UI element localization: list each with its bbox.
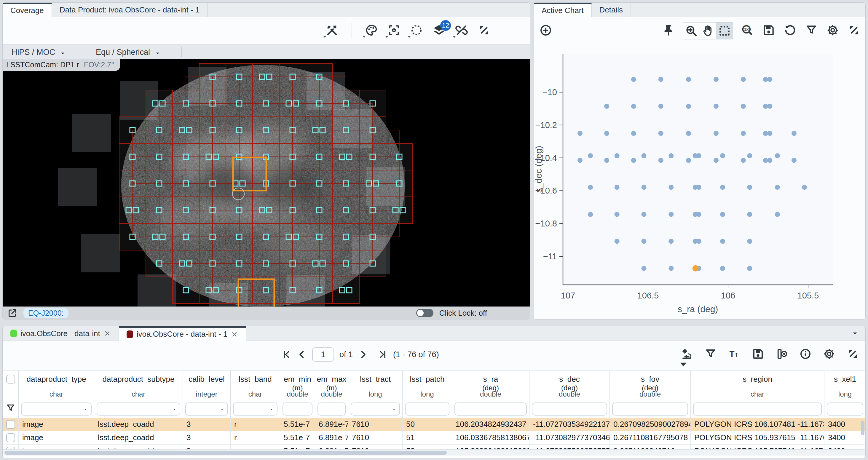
chart-point[interactable]: [686, 77, 691, 82]
chart-point[interactable]: [720, 266, 725, 271]
table-row[interactable]: imagelsst.deep_coadd3r5.51e-76.891e-7761…: [3, 431, 865, 444]
vertical-scrollbar-thumb[interactable]: [861, 421, 864, 435]
hips-moc-dropdown[interactable]: HiPS / MOC: [3, 48, 75, 57]
column-header-s_dec[interactable]: s_dec(deg)double: [529, 370, 610, 418]
chart-point[interactable]: [604, 131, 609, 136]
chart-point[interactable]: [747, 266, 752, 271]
page-number-input[interactable]: [312, 347, 334, 362]
filter-row-icon[interactable]: [3, 403, 19, 413]
filter-chart-button[interactable]: [804, 24, 818, 38]
last-page-icon[interactable]: [378, 349, 388, 360]
column-header-s_fov[interactable]: s_fov(deg)double: [610, 370, 691, 418]
chart-point[interactable]: [615, 185, 620, 190]
filter-input-s_region[interactable]: [693, 402, 822, 416]
chart-point[interactable]: [642, 212, 647, 217]
filter-input-s_fov[interactable]: [612, 402, 688, 416]
chart-point[interactable]: [588, 153, 593, 158]
column-header-em_max[interactable]: em_max(m)double: [315, 370, 348, 418]
unlink-button[interactable]: [455, 24, 469, 38]
chart-point[interactable]: [714, 77, 719, 82]
expand-coverage-button[interactable]: [477, 24, 491, 38]
select-region-button[interactable]: [409, 24, 424, 38]
chart-point[interactable]: [741, 158, 746, 163]
filter-input-dataproduct_subtype[interactable]: [97, 402, 180, 416]
column-header-dataproduct_subtype[interactable]: dataproduct_subtypechar: [94, 370, 183, 418]
chart-point[interactable]: [669, 239, 674, 244]
column-header-lsst_band[interactable]: lsst_bandchar: [230, 370, 280, 418]
chart-point[interactable]: [720, 153, 725, 158]
chart-point[interactable]: [615, 239, 620, 244]
zoom-original-button[interactable]: 1X: [740, 24, 754, 38]
column-header-s_ra[interactable]: s_ra(deg)double: [452, 370, 529, 418]
close-icon[interactable]: [104, 330, 111, 337]
coord-readout[interactable]: EQ-J2000:: [24, 308, 68, 318]
coverage-sky-view[interactable]: LSSTComCam: DP1 r FOV:2.7°: [3, 59, 530, 306]
chart-point[interactable]: [642, 239, 647, 244]
chart-point[interactable]: [720, 185, 725, 190]
chart-point[interactable]: [658, 104, 663, 109]
chart-point[interactable]: [763, 77, 768, 82]
chart-point[interactable]: [720, 212, 725, 217]
chart-point[interactable]: [642, 153, 647, 158]
table-settings-button[interactable]: [822, 347, 836, 362]
chart-point[interactable]: [767, 77, 772, 82]
chart-point[interactable]: [658, 77, 663, 82]
projection-dropdown[interactable]: Equ / Spherical: [75, 48, 181, 57]
row-checkbox[interactable]: [6, 420, 15, 429]
filter-input-lsst_band[interactable]: [233, 402, 277, 416]
close-icon[interactable]: [231, 331, 238, 338]
chart-point[interactable]: [615, 153, 620, 158]
recenter-button[interactable]: [387, 24, 401, 38]
chart-point[interactable]: [792, 131, 797, 136]
add-column-button[interactable]: [775, 347, 789, 362]
filter-input-s_dec[interactable]: [532, 402, 607, 416]
chart-point[interactable]: [669, 185, 674, 190]
chart-point[interactable]: [669, 266, 674, 271]
chart-point[interactable]: [669, 153, 674, 158]
table-info-button[interactable]: [798, 347, 812, 362]
chart-point[interactable]: [741, 131, 746, 136]
click-lock-toggle[interactable]: [416, 309, 433, 317]
pin-chart-button[interactable]: [661, 24, 676, 38]
chart-point[interactable]: [714, 104, 719, 109]
column-header-calib_level[interactable]: calib_levelinteger: [183, 370, 230, 418]
chart-point[interactable]: [714, 158, 719, 163]
chart-point[interactable]: [741, 77, 746, 82]
filter-input-calib_level[interactable]: [185, 402, 228, 416]
text-view-button[interactable]: TT: [727, 347, 741, 362]
collapse-tables-caret[interactable]: [851, 330, 859, 337]
chart-point[interactable]: [631, 77, 636, 82]
save-chart-button[interactable]: [762, 24, 776, 38]
color-palette-button[interactable]: [364, 24, 378, 38]
column-header-s_xel1[interactable]: s_xel1long: [825, 370, 865, 418]
chart-point[interactable]: [642, 185, 647, 190]
chart-point[interactable]: [763, 158, 768, 163]
chart-point[interactable]: [615, 212, 620, 217]
expand-chart-button[interactable]: [847, 24, 861, 38]
table-tab-0[interactable]: ivoa.ObsCore - data-int: [3, 326, 119, 341]
column-header-lsst_patch[interactable]: lsst_patchlong: [403, 370, 452, 418]
chart-point[interactable]: [747, 153, 752, 158]
select-mode-button[interactable]: [716, 23, 733, 39]
restore-chart-button[interactable]: [783, 24, 797, 38]
row-checkbox[interactable]: [6, 433, 15, 442]
chart-point[interactable]: [767, 104, 772, 109]
chart-point[interactable]: [686, 104, 691, 109]
chart-point[interactable]: [767, 158, 772, 163]
filter-input-s_ra[interactable]: [455, 402, 527, 416]
layers-button[interactable]: 12: [432, 24, 446, 38]
column-header-em_min[interactable]: em_min(m)double: [280, 370, 315, 418]
chart-point[interactable]: [631, 131, 636, 136]
select-all-checkbox[interactable]: [6, 375, 15, 384]
chart-point[interactable]: [588, 185, 593, 190]
chart-point[interactable]: [775, 153, 780, 158]
filter-input-em_min[interactable]: [282, 402, 312, 416]
filter-table-button[interactable]: [704, 347, 718, 362]
horizontal-scrollbar[interactable]: [3, 449, 865, 456]
tab-details[interactable]: Details: [592, 3, 631, 17]
next-page-icon[interactable]: [358, 349, 368, 360]
chart-point[interactable]: [792, 158, 797, 163]
tab-data-product[interactable]: Data Product: ivoa.ObsCore - data-int - …: [52, 3, 208, 17]
chart-point[interactable]: [763, 104, 768, 109]
chart-point[interactable]: [802, 185, 807, 190]
